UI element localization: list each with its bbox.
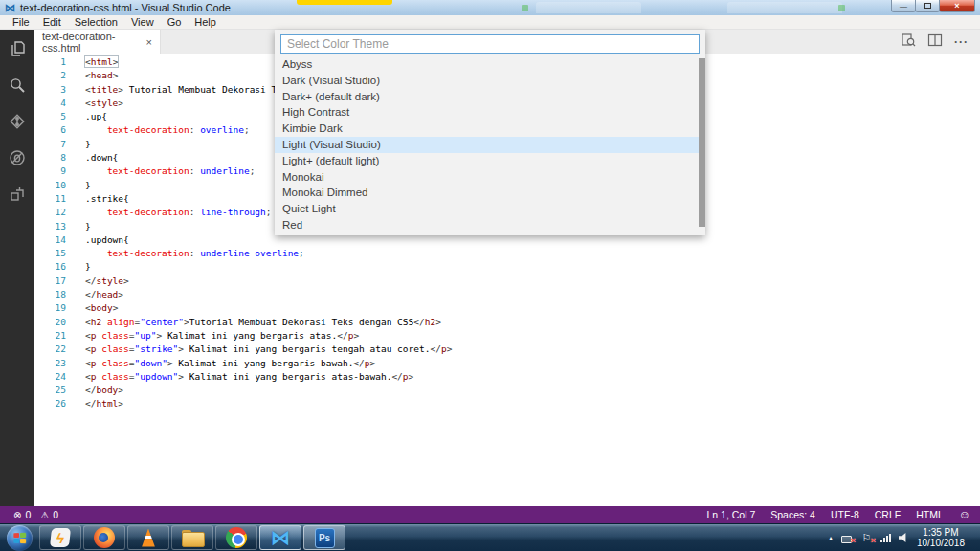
- code-line[interactable]: 22<p class="strike"> Kalimat ini yang be…: [34, 342, 980, 356]
- theme-option[interactable]: Dark+ (default dark): [275, 89, 705, 105]
- taskbar-app-vlc[interactable]: [127, 525, 169, 550]
- network-status-icon[interactable]: ×: [840, 532, 853, 543]
- menu-edit[interactable]: Edit: [36, 15, 68, 30]
- minimize-icon: —: [900, 2, 907, 11]
- code-line[interactable]: 23<p class="down"> Kalimat ini yang berg…: [34, 357, 980, 370]
- activity-bar: [0, 30, 34, 506]
- maximize-button[interactable]: [915, 0, 940, 12]
- color-theme-quickpick: AbyssDark (Visual Studio)Dark+ (default …: [275, 30, 705, 235]
- theme-option[interactable]: Light (Visual Studio): [275, 137, 705, 153]
- taskbar-clock[interactable]: 1:35 PM 10/10/2018: [917, 527, 969, 549]
- language-mode-status[interactable]: HTML: [916, 509, 944, 520]
- split-editor-icon[interactable]: [927, 33, 943, 51]
- start-button[interactable]: [7, 525, 33, 551]
- theme-option[interactable]: Monokai Dimmed: [275, 185, 705, 201]
- taskbar: ϟ ⋈ Ps ▴ × ⚐× 1:35 PM 10/10/2018: [0, 523, 980, 551]
- menu-selection[interactable]: Selection: [68, 15, 124, 30]
- menu-bar: FileEditSelectionViewGoHelp: [0, 15, 980, 30]
- source-control-icon[interactable]: [8, 112, 27, 131]
- titlebar-ghost-favicon: [522, 5, 528, 11]
- line-number: 20: [34, 316, 66, 329]
- warnings-count[interactable]: 0: [53, 509, 58, 520]
- extensions-icon[interactable]: [8, 185, 27, 204]
- taskbar-app-chrome[interactable]: [215, 525, 257, 550]
- close-button[interactable]: ×: [939, 0, 975, 12]
- encoding-status[interactable]: UTF-8: [831, 509, 859, 520]
- menu-file[interactable]: File: [6, 15, 36, 30]
- menu-go[interactable]: Go: [161, 15, 189, 30]
- code-line[interactable]: 20<h2 align="center">Tutorial Membuat De…: [34, 316, 980, 329]
- cursor-position-status[interactable]: Ln 1, Col 7: [706, 509, 755, 520]
- debug-icon[interactable]: [8, 148, 27, 167]
- volume-icon[interactable]: [899, 533, 909, 542]
- status-bar: ⊗ 0 ⚠ 0 Ln 1, Col 7 Spaces: 4 UTF-8 CRLF…: [0, 506, 980, 523]
- title-bar[interactable]: ⋈ text-decoration-css.html - Visual Stud…: [0, 0, 980, 15]
- line-number: 19: [34, 301, 66, 315]
- code-line[interactable]: 21<p class="up"> Kalimat ini yang bergar…: [34, 329, 980, 342]
- more-actions-icon[interactable]: ···: [954, 35, 969, 49]
- theme-option[interactable]: Monokai: [275, 169, 705, 186]
- code-line[interactable]: 16}: [34, 260, 980, 274]
- theme-option[interactable]: Red: [275, 217, 705, 233]
- titlebar-ghost-tab: [297, 0, 392, 5]
- menu-help[interactable]: Help: [188, 15, 223, 30]
- code-line[interactable]: 24<p class="updown"> Kalimat ini yang be…: [34, 370, 980, 384]
- theme-list: AbyssDark (Visual Studio)Dark+ (default …: [275, 56, 705, 233]
- line-number: 4: [34, 97, 66, 110]
- line-number: 24: [34, 370, 66, 384]
- line-number: 17: [34, 275, 66, 288]
- maximize-icon: [924, 3, 931, 9]
- taskbar-app-photoshop[interactable]: Ps: [303, 525, 345, 550]
- taskbar-app-firefox[interactable]: [83, 525, 125, 550]
- explorer-icon[interactable]: [8, 39, 27, 58]
- theme-list-scrollbar[interactable]: [699, 58, 705, 227]
- explorer-folder-icon: [182, 530, 203, 545]
- errors-icon[interactable]: ⊗: [13, 510, 21, 520]
- show-hidden-icons-button[interactable]: ▴: [829, 534, 833, 542]
- theme-option[interactable]: High Contrast: [275, 104, 705, 121]
- code-line[interactable]: 15 text-decoration: underline overline;: [34, 247, 980, 260]
- theme-search-input[interactable]: [280, 34, 700, 54]
- line-number: 8: [34, 151, 66, 165]
- bracket-match-highlight: <html>: [85, 56, 118, 67]
- network-error-badge: ×: [851, 537, 856, 545]
- vscode-window-icon: ⋈: [5, 3, 15, 13]
- line-number: 12: [34, 206, 66, 219]
- line-number: 13: [34, 220, 66, 233]
- line-number: 21: [34, 329, 66, 342]
- line-number: 15: [34, 247, 66, 260]
- taskbar-app-explorer[interactable]: [171, 525, 213, 550]
- code-line[interactable]: 25</body>: [34, 384, 980, 397]
- theme-option[interactable]: Dark (Visual Studio): [275, 73, 705, 89]
- window-title: text-decoration-css.html - Visual Studio…: [20, 2, 231, 13]
- menu-view[interactable]: View: [124, 15, 161, 30]
- tab-label: text-decoration-css.html: [42, 31, 143, 54]
- search-icon[interactable]: [8, 76, 27, 95]
- theme-option[interactable]: Quiet Light: [275, 201, 705, 217]
- code-line[interactable]: 26</html>: [34, 397, 980, 410]
- open-preview-icon[interactable]: [901, 33, 916, 51]
- code-line[interactable]: 19<body>: [34, 301, 980, 315]
- code-line[interactable]: 17</style>: [34, 275, 980, 288]
- tab-close-icon[interactable]: ×: [146, 36, 152, 48]
- minimize-button[interactable]: —: [891, 0, 916, 12]
- action-center-icon[interactable]: ⚐×: [860, 532, 873, 543]
- line-number: 14: [34, 233, 66, 247]
- line-number: 9: [34, 165, 66, 178]
- code-line[interactable]: 14.updown{: [34, 233, 980, 247]
- tab-text-decoration-css[interactable]: text-decoration-css.html ×: [34, 30, 161, 54]
- theme-option[interactable]: Light+ (default light): [275, 153, 705, 169]
- titlebar-ghost-tab: [536, 2, 641, 13]
- indentation-status[interactable]: Spaces: 4: [770, 509, 815, 520]
- signal-strength-icon[interactable]: [880, 534, 891, 542]
- taskbar-app-winamp[interactable]: ϟ: [39, 525, 81, 550]
- feedback-smiley-icon[interactable]: ☺: [959, 508, 970, 521]
- warnings-icon[interactable]: ⚠: [40, 510, 49, 520]
- theme-option[interactable]: Kimbie Dark: [275, 121, 705, 137]
- errors-count[interactable]: 0: [25, 509, 31, 520]
- action-center-error-badge: ×: [871, 537, 876, 545]
- code-line[interactable]: 18</head>: [34, 288, 980, 301]
- taskbar-app-vscode[interactable]: ⋈: [259, 525, 301, 550]
- theme-option[interactable]: Abyss: [275, 56, 705, 73]
- eol-status[interactable]: CRLF: [875, 509, 901, 520]
